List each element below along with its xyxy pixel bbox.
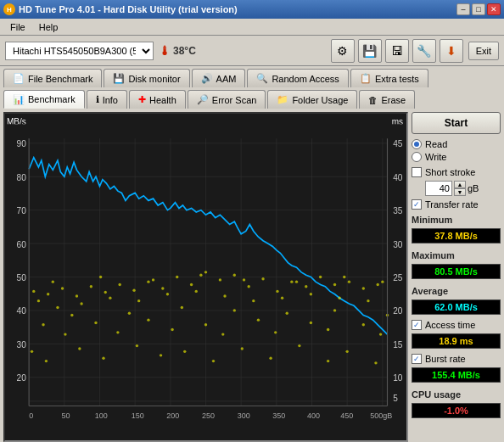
svg-point-61 <box>219 278 221 281</box>
svg-point-57 <box>161 287 164 289</box>
svg-point-113 <box>327 328 329 331</box>
svg-point-72 <box>377 283 379 286</box>
disk-monitor-icon: 💾 <box>113 73 125 84</box>
start-button[interactable]: Start <box>412 112 501 134</box>
random-access-icon: 🔍 <box>256 73 268 84</box>
write-radio-dot <box>412 152 422 162</box>
maximum-value: 80.5 MB/s <box>412 264 501 279</box>
svg-text:250: 250 <box>202 411 215 420</box>
burst-rate-checkbox[interactable]: ✓ Burst rate <box>412 354 501 364</box>
svg-point-88 <box>152 278 154 281</box>
svg-point-49 <box>47 293 49 295</box>
svg-point-116 <box>78 347 81 350</box>
spin-row: ▲ ▼ gB <box>412 181 501 196</box>
close-button[interactable]: ✕ <box>487 3 501 15</box>
read-radio[interactable]: Read <box>412 139 501 149</box>
folder-usage-icon: 📁 <box>277 94 288 105</box>
spin-up-button[interactable]: ▲ <box>454 181 466 188</box>
chart-container: MB/s ms trial version <box>3 112 408 442</box>
svg-point-99 <box>333 309 336 311</box>
benchmark-icon: 📊 <box>13 94 25 105</box>
svg-point-108 <box>64 333 66 335</box>
svg-point-69 <box>333 283 336 286</box>
svg-point-55 <box>132 289 135 292</box>
toolbar-icon-4[interactable]: 🔧 <box>412 39 436 63</box>
svg-point-96 <box>181 306 183 309</box>
svg-text:10: 10 <box>393 373 403 383</box>
toolbar-icon-5[interactable]: ⬇ <box>440 39 463 63</box>
svg-text:50: 50 <box>61 411 70 420</box>
maximize-button[interactable]: □ <box>472 3 485 15</box>
svg-text:400: 400 <box>307 411 320 420</box>
svg-point-127 <box>327 360 329 362</box>
svg-text:150: 150 <box>132 411 144 420</box>
drive-selector[interactable]: Hitachi HTS545050B9A300 (500 gB) <box>5 42 154 60</box>
tab-health[interactable]: ✚ Health <box>129 90 186 109</box>
svg-text:80: 80 <box>17 173 27 182</box>
svg-point-97 <box>233 309 236 311</box>
tab-benchmark[interactable]: 📊 Benchmark <box>3 90 85 109</box>
toolbar-icon-3[interactable]: 🖫 <box>385 39 409 63</box>
extra-tests-icon: 📋 <box>360 73 372 84</box>
svg-point-101 <box>42 323 44 326</box>
maximum-label: Maximum <box>412 250 501 260</box>
tab-file-benchmark[interactable]: 📄 File Benchmark <box>3 69 102 87</box>
info-icon: ℹ <box>96 94 99 105</box>
svg-point-102 <box>94 322 97 324</box>
svg-point-66 <box>290 280 293 283</box>
file-benchmark-icon: 📄 <box>13 73 25 84</box>
average-label: Average <box>412 286 501 296</box>
svg-text:0: 0 <box>29 411 33 420</box>
svg-point-74 <box>56 306 59 309</box>
svg-point-95 <box>128 312 131 315</box>
menu-file[interactable]: File <box>3 20 32 34</box>
tab-error-scan[interactable]: 🔎 Error Scan <box>188 90 266 109</box>
svg-point-119 <box>241 347 244 350</box>
svg-point-71 <box>362 287 365 289</box>
tab-erase[interactable]: 🗑 Erase <box>359 90 415 109</box>
tab-extra-tests[interactable]: 📋 Extra tests <box>350 69 428 87</box>
svg-text:300: 300 <box>238 411 250 420</box>
short-stroke-checkbox[interactable]: Short stroke <box>412 167 501 177</box>
tab-folder-usage[interactable]: 📁 Folder Usage <box>267 90 357 109</box>
spin-down-button[interactable]: ▼ <box>454 188 466 196</box>
right-panel: Start Read Write Short stroke ▲ ▼ gB <box>412 112 501 442</box>
access-time-check: ✓ <box>412 320 422 330</box>
tab-info[interactable]: ℹ Info <box>87 90 127 109</box>
short-stroke-check <box>412 167 422 177</box>
toolbar-icon-2[interactable]: 💾 <box>358 39 382 63</box>
svg-point-75 <box>80 302 82 305</box>
toolbar-icon-1[interactable]: ⚙ <box>331 39 355 63</box>
tabs-row2: 📊 Benchmark ℹ Info ✚ Health 🔎 Error Scan… <box>0 87 504 109</box>
svg-point-84 <box>338 297 340 299</box>
transfer-rate-checkbox[interactable]: ✓ Transfer rate <box>412 199 501 210</box>
svg-point-68 <box>319 276 322 278</box>
svg-point-98 <box>286 312 288 315</box>
minimize-button[interactable]: – <box>456 3 470 15</box>
menu-help[interactable]: Help <box>32 20 65 34</box>
menu-bar: File Help <box>0 19 504 36</box>
svg-text:40: 40 <box>17 306 27 316</box>
svg-point-64 <box>261 277 264 280</box>
svg-point-81 <box>252 299 255 302</box>
spin-input[interactable] <box>425 181 452 196</box>
svg-text:35: 35 <box>393 206 403 215</box>
transfer-rate-check: ✓ <box>412 199 422 210</box>
write-radio[interactable]: Write <box>412 152 501 162</box>
app-icon: H <box>3 3 15 15</box>
svg-point-65 <box>276 290 278 293</box>
tab-random-access[interactable]: 🔍 Random Access <box>247 69 348 87</box>
exit-button[interactable]: Exit <box>468 42 499 60</box>
svg-point-106 <box>310 322 312 324</box>
tab-disk-monitor[interactable]: 💾 Disk monitor <box>104 69 189 87</box>
svg-point-111 <box>221 333 224 335</box>
access-time-checkbox[interactable]: ✓ Access time <box>412 320 501 330</box>
read-radio-dot <box>412 139 422 149</box>
tab-aam[interactable]: 🔊 AAM <box>192 69 246 87</box>
svg-point-51 <box>76 294 78 297</box>
svg-point-121 <box>345 350 348 353</box>
svg-point-82 <box>281 297 283 299</box>
svg-point-105 <box>257 318 260 321</box>
main-content: MB/s ms trial version <box>0 109 504 442</box>
svg-text:450: 450 <box>340 411 353 420</box>
